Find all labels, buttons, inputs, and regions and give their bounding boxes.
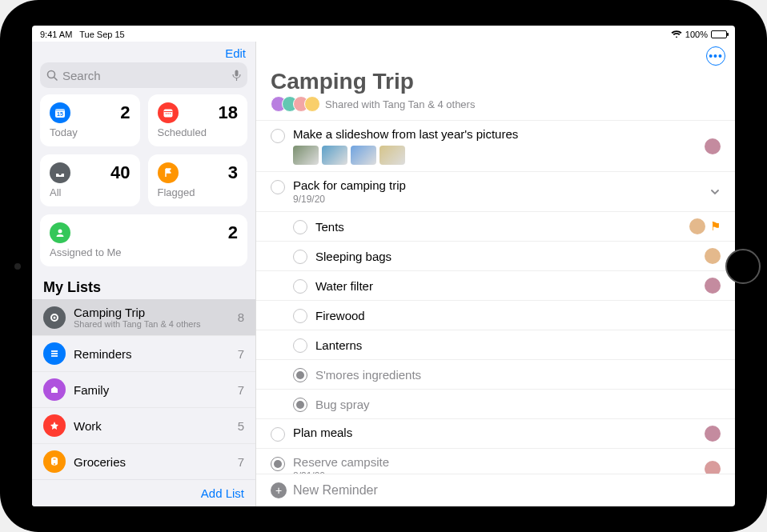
subtask-item[interactable]: Tents⚑ — [256, 211, 735, 241]
svg-point-14 — [54, 316, 56, 318]
reminder-item[interactable]: Pack for camping trip9/19/20 — [256, 171, 735, 211]
add-list-button[interactable]: Add List — [32, 479, 255, 506]
subtask-title: S'mores ingredients — [315, 368, 713, 382]
card-flagged-count: 3 — [228, 162, 238, 183]
complete-toggle[interactable] — [293, 368, 307, 382]
assignee-avatar — [705, 248, 721, 264]
assignee-avatar — [705, 426, 721, 442]
search-field[interactable] — [40, 62, 247, 88]
svg-point-12 — [58, 230, 62, 234]
reminder-item[interactable]: Plan meals — [256, 418, 735, 448]
complete-toggle[interactable] — [271, 129, 285, 143]
subtask-item[interactable]: Firewood — [256, 300, 735, 330]
reminder-item[interactable]: Reserve campsite8/31/20 — [256, 448, 735, 474]
card-today[interactable]: 15 2 Today — [40, 94, 140, 146]
shared-text: Shared with Tang Tan & 4 others — [325, 98, 475, 110]
card-assigned[interactable]: 2 Assigned to Me — [40, 214, 247, 266]
svg-text:15: 15 — [57, 111, 63, 117]
card-today-label: Today — [50, 126, 131, 138]
subtask-item[interactable]: Water filter — [256, 270, 735, 300]
svg-point-9 — [165, 113, 167, 114]
subtask-title: Firewood — [315, 309, 713, 322]
home-button[interactable] — [725, 249, 761, 284]
subtask-item[interactable]: Lanterns — [256, 330, 735, 359]
complete-toggle[interactable] — [293, 398, 307, 412]
list-count: 7 — [238, 383, 244, 397]
avatar-stack — [271, 96, 320, 112]
battery-pct: 100% — [685, 30, 708, 39]
thumbnail[interactable] — [322, 146, 347, 165]
thumbnails — [293, 146, 697, 165]
calendar-icon — [158, 102, 179, 123]
status-bar: 9:41 AM Tue Sep 15 100% — [32, 26, 735, 42]
card-scheduled[interactable]: 18 Scheduled — [148, 94, 248, 146]
thumbnail[interactable] — [379, 146, 405, 165]
card-today-count: 2 — [120, 102, 130, 123]
subtask-title: Lanterns — [315, 338, 713, 352]
chevron-down-icon[interactable] — [709, 186, 721, 198]
mic-icon[interactable] — [232, 70, 241, 82]
thumbnail[interactable] — [293, 146, 319, 165]
list-name: Work — [74, 419, 230, 433]
list-row[interactable]: Reminders7 — [32, 336, 255, 372]
plus-icon: + — [271, 482, 287, 498]
status-date: Tue Sep 15 — [79, 30, 124, 39]
flag-icon: ⚑ — [710, 219, 721, 234]
avatar — [304, 96, 320, 112]
list-icon — [43, 450, 66, 473]
complete-toggle[interactable] — [293, 250, 307, 264]
complete-toggle[interactable] — [293, 220, 307, 234]
app-body: Edit — [32, 42, 735, 506]
list-count: 7 — [238, 347, 244, 361]
assignee-avatar — [689, 218, 705, 234]
list-name: Groceries — [74, 455, 230, 469]
assignee-avatar — [705, 461, 721, 474]
subtask-item[interactable]: Bug spray — [256, 389, 735, 418]
card-scheduled-label: Scheduled — [158, 126, 239, 138]
complete-toggle[interactable] — [271, 427, 285, 442]
complete-toggle[interactable] — [293, 338, 307, 353]
reminder-title: Make a slideshow from last year's pictur… — [293, 127, 697, 141]
edit-button[interactable]: Edit — [225, 46, 246, 60]
list-row[interactable]: Family7 — [32, 372, 255, 408]
search-input[interactable] — [62, 69, 227, 82]
complete-toggle[interactable] — [293, 279, 307, 294]
complete-toggle[interactable] — [293, 309, 307, 323]
card-flagged[interactable]: 3 Flagged — [148, 154, 248, 206]
more-button[interactable]: ••• — [706, 46, 725, 66]
subtask-item[interactable]: Sleeping bags — [256, 241, 735, 270]
my-lists-header: My Lists — [32, 274, 255, 299]
lists-container: Camping TripShared with Tang Tan & 4 oth… — [32, 299, 255, 479]
shared-row[interactable]: Shared with Tang Tan & 4 others — [256, 96, 735, 120]
reminders-list: Make a slideshow from last year's pictur… — [256, 120, 735, 474]
reminder-item[interactable]: Make a slideshow from last year's pictur… — [256, 120, 735, 171]
card-scheduled-count: 18 — [219, 102, 238, 123]
card-all[interactable]: 40 All — [40, 154, 140, 206]
list-title: Camping Trip — [256, 66, 735, 96]
list-subtitle: Shared with Tang Tan & 4 others — [74, 319, 230, 329]
list-icon — [43, 378, 66, 401]
list-row[interactable]: Groceries7 — [32, 444, 255, 479]
card-assigned-label: Assigned to Me — [50, 246, 238, 258]
svg-point-10 — [167, 113, 169, 114]
battery-icon — [711, 30, 727, 38]
list-row[interactable]: Camping TripShared with Tang Tan & 4 oth… — [32, 299, 255, 336]
new-reminder-button[interactable]: + New Reminder — [256, 474, 735, 506]
subtask-title: Bug spray — [315, 398, 713, 411]
reminder-date: 9/19/20 — [293, 194, 701, 205]
complete-toggle[interactable] — [271, 180, 285, 194]
search-icon — [46, 70, 58, 81]
new-reminder-label: New Reminder — [293, 483, 378, 498]
list-count: 5 — [238, 419, 244, 433]
assignee-avatar — [705, 278, 721, 294]
card-all-label: All — [50, 186, 131, 198]
list-row[interactable]: Work5 — [32, 408, 255, 444]
assignee-avatar — [705, 138, 721, 154]
list-icon — [43, 306, 66, 329]
list-icon — [43, 342, 66, 365]
thumbnail[interactable] — [351, 146, 376, 165]
complete-toggle[interactable] — [271, 457, 285, 471]
subtask-item[interactable]: S'mores ingredients — [256, 359, 735, 389]
smart-lists: 15 2 Today 18 Scheduled — [32, 94, 255, 274]
screen: 9:41 AM Tue Sep 15 100% Edit — [32, 26, 735, 506]
